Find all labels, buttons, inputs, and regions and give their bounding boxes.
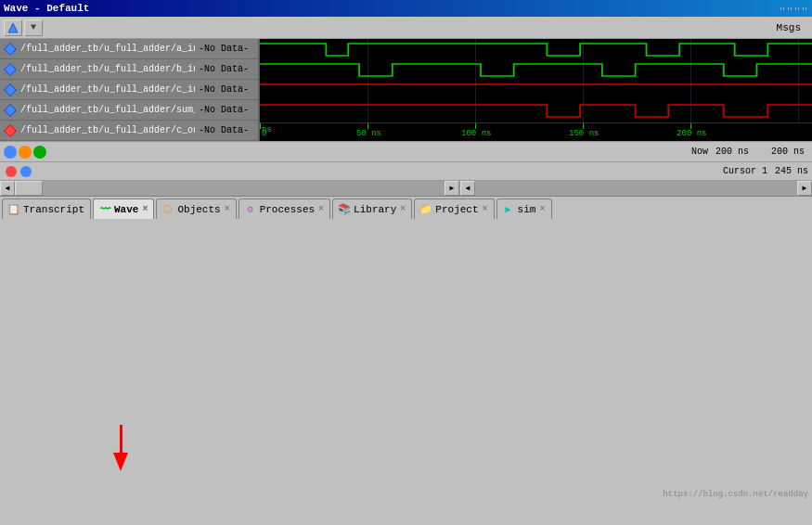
title-bar: Wave - Default <box>0 0 812 17</box>
signal-icon-2 <box>4 83 17 96</box>
library-icon: 📚 <box>339 204 350 215</box>
msgs-label: Msgs <box>777 22 801 33</box>
status-bar: Now200 ns200 ns <box>0 141 812 161</box>
signal-row-1[interactable]: /full_adder_tb/u_full_adder/b_in-No Data… <box>0 59 258 80</box>
wf-a-in <box>260 39 812 59</box>
tab-label-0: Transcript <box>23 204 84 215</box>
tab-label-6: sim <box>518 204 536 215</box>
tab-objects[interactable]: ⬡Objects× <box>156 198 236 219</box>
svg-marker-0 <box>8 23 18 32</box>
signal-value-1: -No Data- <box>199 64 254 74</box>
status-bar2: Cursor 1 245 ns <box>0 161 812 180</box>
status-icon-2 <box>33 146 46 159</box>
time-200ns: 200 ns <box>677 129 706 138</box>
scroll-left-btn[interactable]: ◀ <box>0 181 15 196</box>
processes-icon: ⚙ <box>245 204 256 215</box>
toolbar: ▼ Msgs <box>0 17 812 39</box>
scrollbar-h[interactable]: ◀ ▶ ◀ ▶ <box>0 180 812 195</box>
scroll-thumb[interactable] <box>15 181 43 196</box>
cursor-icon-2 <box>20 166 32 177</box>
tab-label-1: Wave <box>114 204 138 215</box>
arrow-head <box>113 453 128 471</box>
time-axis: 0 50 ns 100 ns 150 ns 200 ns ns <box>260 122 812 141</box>
title-grip <box>780 7 808 10</box>
now-label: Now <box>691 147 708 157</box>
status-icon-1 <box>19 146 32 159</box>
signal-area: /full_adder_tb/u_full_adder/a_in-No Data… <box>0 39 812 141</box>
wf-scroll-right-btn[interactable]: ▶ <box>797 181 812 196</box>
wf-sum-out <box>260 100 812 121</box>
tab-close-1[interactable]: × <box>142 204 148 214</box>
time-50ns: 50 ns <box>356 129 381 138</box>
now-value: 200 ns <box>715 147 749 157</box>
signal-row-2[interactable]: /full_adder_tb/u_full_adder/c_in-No Data… <box>0 80 258 100</box>
tab-wave[interactable]: 〰Wave× <box>93 198 154 219</box>
time-150ns: 150 ns <box>569 129 599 138</box>
tab-label-4: Library <box>354 204 396 215</box>
tab-close-3[interactable]: × <box>318 204 324 214</box>
waveform-scroll-section: ◀ ▶ <box>459 181 812 196</box>
signal-name-1: /full_adder_tb/u_full_adder/b_in <box>20 64 195 74</box>
tab-bar: 📋Transcript〰Wave×⬡Objects×⚙Processes×📚Li… <box>0 195 812 219</box>
scroll-track[interactable] <box>15 181 445 196</box>
signal-row-4[interactable]: /full_adder_tb/u_full_adder/c_out-No Dat… <box>0 121 258 141</box>
signal-icon-3 <box>4 104 17 117</box>
tab-close-5[interactable]: × <box>483 204 488 214</box>
signal-value-4: -No Data- <box>199 125 254 135</box>
arrow-stem <box>120 425 122 453</box>
tab-close-2[interactable]: × <box>225 204 230 214</box>
waveform-panel[interactable]: 0 50 ns 100 ns 150 ns 200 ns ns <box>260 39 812 141</box>
toolbar-btn-1[interactable] <box>4 19 22 36</box>
signal-row-0[interactable]: /full_adder_tb/u_full_adder/a_in-No Data… <box>0 39 258 59</box>
tab-label-2: Objects <box>177 204 220 215</box>
project-icon: 📁 <box>420 204 432 215</box>
tab-label-5: Project <box>435 204 478 215</box>
signal-row-3[interactable]: /full_adder_tb/u_full_adder/sum_out-No D… <box>0 100 258 121</box>
toolbar-btn-2[interactable]: ▼ <box>24 19 43 36</box>
waveform-now-time: 200 ns <box>771 147 805 157</box>
cursor-value: 245 ns <box>775 166 808 176</box>
objects-icon: ⬡ <box>162 204 174 215</box>
transcript-icon: 📋 <box>8 204 19 215</box>
wf-scroll-track[interactable] <box>475 181 797 196</box>
signal-icon-1 <box>4 63 17 76</box>
time-start: ns <box>262 125 272 134</box>
tab-sim[interactable]: ▶sim× <box>496 198 552 219</box>
status-icons-container <box>4 146 46 159</box>
status-icon-0 <box>4 146 17 159</box>
tab-processes[interactable]: ⚙Processes× <box>238 198 330 219</box>
wf-scroll-left-btn[interactable]: ◀ <box>460 181 475 196</box>
scroll-right-btn[interactable]: ▶ <box>445 181 459 196</box>
wave-icon: 〰 <box>99 204 110 215</box>
sim-icon: ▶ <box>503 204 514 215</box>
signal-icon-4 <box>4 124 17 137</box>
signal-name-4: /full_adder_tb/u_full_adder/c_out <box>20 125 195 135</box>
cursor-icon <box>6 166 17 177</box>
tab-close-6[interactable]: × <box>539 204 545 214</box>
tab-transcript[interactable]: 📋Transcript <box>2 198 91 219</box>
tab-close-4[interactable]: × <box>400 204 406 214</box>
signal-names-panel: /full_adder_tb/u_full_adder/a_in-No Data… <box>0 39 260 141</box>
wf-b-in <box>260 59 812 80</box>
signal-name-3: /full_adder_tb/u_full_adder/sum_out <box>20 105 195 115</box>
signal-name-0: /full_adder_tb/u_full_adder/a_in <box>20 44 195 54</box>
signal-icon-0 <box>4 43 17 56</box>
wf-c-in <box>260 80 812 100</box>
tab-label-3: Processes <box>260 204 315 215</box>
title-text: Wave - Default <box>4 3 89 14</box>
signal-value-0: -No Data- <box>199 44 254 54</box>
signal-value-3: -No Data- <box>199 105 254 115</box>
time-100ns: 100 ns <box>461 129 491 138</box>
tab-project[interactable]: 📁Project× <box>414 198 494 219</box>
cursor-label: Cursor 1 <box>723 166 767 176</box>
tab-library[interactable]: 📚Library× <box>332 198 412 219</box>
signal-name-2: /full_adder_tb/u_full_adder/c_in <box>20 84 195 95</box>
signal-value-2: -No Data- <box>199 84 254 95</box>
watermark: https://blog.csdn.net/readday <box>663 490 808 499</box>
